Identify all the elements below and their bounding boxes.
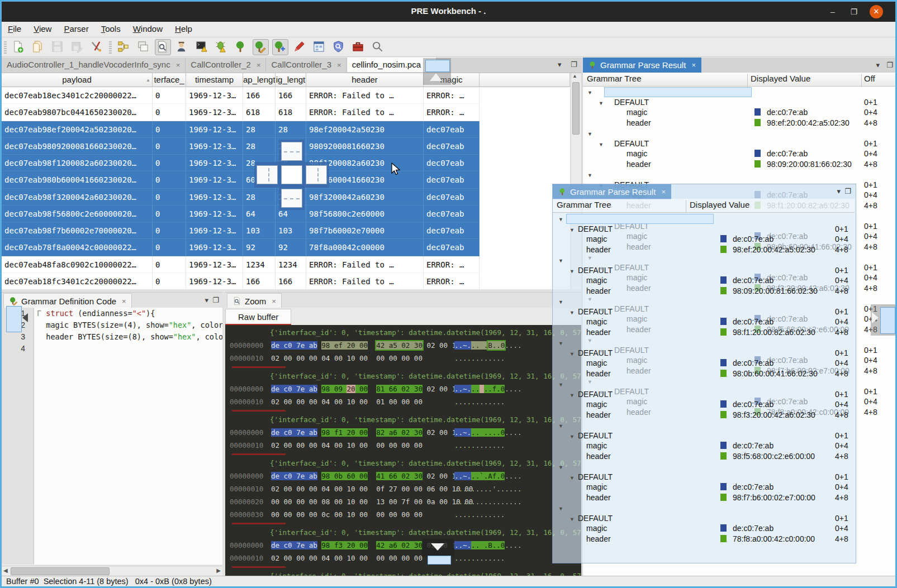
tree-row-default[interactable]: ▼DEFAULT0+1 <box>553 224 855 235</box>
table-row[interactable]: dec07eab98ef200042a50230020…01969-12-3…2… <box>2 121 570 138</box>
table-row[interactable]: dec07eab18fc3401c2c20000022…01969-12-3…1… <box>2 273 570 289</box>
hex-row[interactable]: 00000000de c0 7e ab 98 f3 20 00 42 a6 02… <box>230 539 581 552</box>
close-icon[interactable]: × <box>337 61 341 69</box>
tree-edit-icon[interactable] <box>253 39 269 55</box>
save-icon[interactable] <box>50 39 66 55</box>
chevron-down-icon[interactable]: ▼ <box>599 98 604 108</box>
menu-item-file[interactable]: File <box>2 22 27 34</box>
hex-row[interactable]: 0000003000 00 00 00 0c 00 10 00 00 00 00… <box>230 508 581 521</box>
tree-row-root[interactable]: ▼ <box>553 461 855 472</box>
chevron-down-icon[interactable]: ▼ <box>587 129 592 139</box>
doc-tab-CallController_3[interactable]: CallController_3× <box>266 58 347 72</box>
panel-buttons[interactable]: ▾ ❐ <box>837 187 851 195</box>
tree-add-icon[interactable] <box>272 39 288 55</box>
scrollbar-thumb[interactable] <box>11 567 110 575</box>
chevron-down-icon[interactable]: ▼ <box>558 297 563 307</box>
toolbox-icon[interactable] <box>350 39 367 55</box>
tree-row-default[interactable]: ▼DEFAULT0+1 <box>553 513 855 524</box>
code-line[interactable]: magic BYTES(size=(4), show="hex", color= <box>37 319 222 331</box>
search-icon[interactable] <box>370 39 386 55</box>
console-warning-icon[interactable] <box>194 39 210 55</box>
tab-float-icon[interactable]: ❐ <box>571 60 577 69</box>
tree-row-magic[interactable]: magicde:c0:7e:ab0+4 <box>553 358 855 369</box>
column-header-ig_lengt[interactable]: ig_lengt <box>276 73 306 87</box>
tree-row-root[interactable]: ▼ <box>583 87 897 97</box>
open-copy-icon[interactable] <box>30 39 46 55</box>
menu-item-tools[interactable]: Tools <box>95 22 127 34</box>
code-panel-tab[interactable]: Grammar Definition Code × <box>3 293 132 308</box>
tree-row-header[interactable]: header98:09:20:00:81:66:02:304+8 <box>583 159 897 170</box>
code-line[interactable] <box>37 343 222 355</box>
tree-row-root[interactable]: ▼ <box>553 255 855 265</box>
shield-search-icon[interactable] <box>331 39 347 55</box>
chevron-down-icon[interactable]: ▼ <box>569 432 575 442</box>
tree-row-root[interactable]: ▼ <box>553 420 855 431</box>
tree-row-magic[interactable]: magicde:c0:7e:ab0+4 <box>553 275 855 286</box>
close-icon[interactable]: × <box>691 61 696 69</box>
chevron-down-icon[interactable]: ▼ <box>558 380 563 390</box>
tree-row-default[interactable]: ▼DEFAULT0+1 <box>553 389 855 400</box>
grammar-parse-result-tab[interactable]: Grammar Parse Result × <box>553 184 671 199</box>
chevron-down-icon[interactable]: ▼ <box>569 473 575 483</box>
menu-item-view[interactable]: View <box>27 22 58 34</box>
column-header-payload[interactable]: payload▲ <box>2 73 153 87</box>
tree-row-root[interactable]: ▼ <box>553 337 855 348</box>
tree-row-magic[interactable]: magicde:c0:7e:ab0+4 <box>553 399 855 410</box>
tree-row-header[interactable]: header78:f8:a0:00:42:c0:00:004+8 <box>553 534 855 544</box>
hex-row[interactable]: 0000001002 00 00 00 04 00 10 00 00 00 00… <box>230 552 581 565</box>
chevron-down-icon[interactable]: ▼ <box>569 266 575 276</box>
chevron-down-icon[interactable]: ▼ <box>558 462 563 472</box>
floating-title-bar[interactable]: Grammar Parse Result × ▾ ❐ <box>553 184 856 199</box>
preview-doc-icon[interactable] <box>155 39 171 55</box>
chevron-down-icon[interactable]: ▼ <box>569 390 575 400</box>
menu-item-parser[interactable]: Parser <box>58 22 94 34</box>
hex-row[interactable]: 00000000de c0 7e ab 98 f1 20 00 82 a6 02… <box>230 426 581 439</box>
tree-row-header[interactable]: header98:09:20:00:81:66:02:304+8 <box>553 286 855 297</box>
table-row[interactable]: dec07eab18ec3401c2c20000022…01969-12-3…1… <box>2 87 570 104</box>
grammar-parse-result-tab[interactable]: Grammar Parse Result × <box>583 58 701 73</box>
tree-row-magic[interactable]: magicde:c0:7e:ab0+4 <box>553 234 855 245</box>
close-icon[interactable]: × <box>122 297 126 305</box>
hex-row[interactable]: 00000000de c0 7e ab 98 ef 20 00 42 a5 02… <box>230 339 581 352</box>
menu-item-window[interactable]: Window <box>127 22 169 34</box>
column-header-header[interactable]: header <box>306 73 424 87</box>
windows-stack-icon[interactable] <box>135 39 151 55</box>
tree-row-default[interactable]: ▼DEFAULT0+1 <box>583 138 897 149</box>
table-row[interactable]: dec07eab48fa8c0902c10000022…01969-12-3…1… <box>2 256 570 273</box>
tree-row-header[interactable]: header98:0b:60:00:41:66:02:304+8 <box>553 369 855 379</box>
tree-row-magic[interactable]: magicde:c0:7e:ab0+4 <box>583 149 897 159</box>
tree-row-root[interactable]: ▼ <box>553 296 855 307</box>
column-header-timestamp[interactable]: timestamp <box>186 73 243 87</box>
close-icon[interactable]: × <box>272 297 276 305</box>
raw-buffer-tab[interactable]: Raw buffer <box>225 309 291 324</box>
tree-row-root[interactable]: ▼ <box>553 379 855 389</box>
tree-row-magic[interactable]: magicde:c0:7e:ab0+4 <box>553 441 855 451</box>
hex-row[interactable]: 00000000de c0 7e ab 98 09 20 00 81 66 02… <box>230 383 581 395</box>
chevron-down-icon[interactable]: ▼ <box>599 140 604 150</box>
tools-icon[interactable] <box>89 39 105 55</box>
hex-row[interactable]: 0000001002 00 00 00 04 00 10 00 01 00 00… <box>230 395 581 408</box>
panel-buttons[interactable]: ▾ ❐ <box>205 296 219 304</box>
bug-warning-icon[interactable] <box>213 39 230 55</box>
tree-row-default[interactable]: ▼DEFAULT0+1 <box>553 431 855 441</box>
tree-row-header[interactable]: header98:ef:20:00:42:a5:02:304+8 <box>553 245 855 255</box>
tree-row-default[interactable]: ▼DEFAULT0+1 <box>553 348 855 358</box>
hex-row[interactable]: 0000001002 00 00 00 04 00 10 00 00 00 00… <box>230 352 581 365</box>
window-grid-icon[interactable] <box>311 39 328 55</box>
close-button[interactable]: ✕ <box>870 5 883 18</box>
tree-row-header[interactable]: header98:f3:20:00:42:a6:02:304+8 <box>553 410 855 420</box>
tab-list-dropdown-icon[interactable]: ▾ <box>558 60 562 69</box>
table-row[interactable]: dec07eab78f8a00042c00000022…01969-12-3…9… <box>2 239 570 256</box>
chevron-down-icon[interactable]: ▼ <box>558 338 563 348</box>
minimize-button[interactable]: – <box>826 5 839 18</box>
chevron-down-icon[interactable]: ▼ <box>558 214 563 224</box>
tree-row-header[interactable]: header98:f1:20:00:82:a6:02:304+8 <box>553 327 855 338</box>
scroll-up-icon[interactable]: ▲ <box>572 73 577 79</box>
tree-row-default[interactable]: ▼DEFAULT0+1 <box>583 97 897 108</box>
table-row[interactable]: dec07eab98f7b60002e70000020…01969-12-3…1… <box>2 222 570 239</box>
menu-item-help[interactable]: Help <box>169 22 198 34</box>
chevron-down-icon[interactable]: ▼ <box>558 504 563 514</box>
maximize-button[interactable]: ❐ <box>847 5 861 18</box>
tree-row-header[interactable]: header98:f7:b6:00:02:e7:00:004+8 <box>553 493 855 503</box>
tree-row-magic[interactable]: magicde:c0:7e:ab0+4 <box>553 317 855 327</box>
